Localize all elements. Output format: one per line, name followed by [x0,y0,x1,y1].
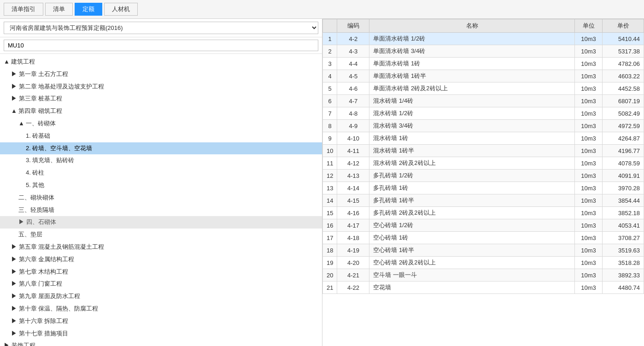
tree-item-ch6[interactable]: ▶ 第六章 金属结构工程 [0,253,322,266]
cell-price: 4452.58 [603,82,644,95]
cell-price: 6807.19 [603,95,644,107]
tree-item-ch4-1[interactable]: ▲ 一、砖砌体 [0,117,322,130]
tree-item-ch8[interactable]: ▶ 第八章 门窗工程 [0,278,322,290]
table-header-row: 编码名称单位单价 [323,19,644,33]
table-row[interactable]: 14-2单面清水砖墙 1/2砖10m35410.44 [323,33,644,45]
cell-unit: 10m3 [575,82,603,95]
table-row[interactable]: 124-13多孔砖墙 1/2砖10m34091.91 [323,170,644,182]
cell-unit: 10m3 [575,244,603,257]
tree-item-ch4-2[interactable]: 二、砌块砌体 [0,192,322,204]
tree-item-ch4-1-1[interactable]: 1. 砖基础 [0,130,322,142]
qingdan-zhiyin-button[interactable]: 清单指引 [4,3,43,16]
table-row[interactable]: 34-4单面清水砖墙 1砖10m34782.06 [323,58,644,70]
search-input[interactable] [4,40,318,51]
table-row[interactable]: 114-12混水砖墙 2砖及2砖以上10m34078.59 [323,157,644,170]
tree-item-ch4[interactable]: ▲ 第四章 砌筑工程 [0,105,322,117]
cell-unit: 10m3 [575,145,603,157]
cell-name: 混水砖墙 2砖及2砖以上 [369,157,575,170]
table-row[interactable]: 54-6单面清水砖墙 2砖及2砖以上10m34452.58 [323,82,644,95]
cell-unit: 10m3 [575,281,603,294]
table-row[interactable]: 164-17空心砖墙 1/2砖10m34053.41 [323,219,644,232]
cell-num: 3 [323,58,337,70]
cell-num: 19 [323,257,337,269]
tree-item-ch4-1-3[interactable]: 3. 填充墙、贴砖砖 [0,154,322,167]
table-row[interactable]: 194-20空心砖墙 2砖及2砖以上10m33518.28 [323,257,644,269]
cell-name: 空心砖墙 1砖 [369,232,575,244]
rencaiji-button[interactable]: 人材机 [104,3,138,16]
tree-item-ch10[interactable]: ▶ 第十章 保温、隔热、防腐工程 [0,303,322,315]
cell-unit: 10m3 [575,70,603,82]
cell-unit: 10m3 [575,182,603,194]
table-row[interactable]: 44-5单面清水砖墙 1砖半10m34603.22 [323,70,644,82]
cell-price: 4972.59 [603,120,644,132]
table-row[interactable]: 214-22空花墙10m34480.74 [323,281,644,294]
cell-num: 7 [323,107,337,120]
table-row[interactable]: 174-18空心砖墙 1砖10m33708.27 [323,232,644,244]
qingdan-button[interactable]: 清单 [45,3,73,16]
tree-item-ch4-3[interactable]: 三、轻质隔墙 [0,204,322,217]
cell-name: 空心砖墙 1砖半 [369,244,575,257]
cell-unit: 10m3 [575,207,603,219]
cell-price: 3518.28 [603,257,644,269]
table-row[interactable]: 84-9混水砖墙 3/4砖10m34972.59 [323,120,644,132]
cell-num: 13 [323,182,337,194]
tree-item-ch2[interactable]: ▶ 第二章 地基处理及边坡支护工程 [0,81,322,93]
cell-price: 4603.22 [603,70,644,82]
table-row[interactable]: 24-3单面清水砖墙 3/4砖10m35317.38 [323,45,644,58]
tree-item-ch17[interactable]: ▶ 第十七章 措施项目 [0,328,322,340]
cell-code: 4-16 [337,207,369,219]
cell-num: 15 [323,207,337,219]
table-row[interactable]: 64-7混水砖墙 1/4砖10m36807.19 [323,95,644,107]
cell-code: 4-7 [337,95,369,107]
table-row[interactable]: 184-19空心砖墙 1砖半10m33519.63 [323,244,644,257]
cell-name: 混水砖墙 1砖半 [369,145,575,157]
tree-item-ch5[interactable]: ▶ 第五章 混凝土及钢筋混凝土工程 [0,241,322,253]
tree-item-ch4-1-5[interactable]: 5. 其他 [0,179,322,192]
tree-item-jianzhu[interactable]: ▲ 建筑工程 [0,56,322,68]
table-row[interactable]: 104-11混水砖墙 1砖半10m34196.77 [323,145,644,157]
tree-item-ch4-5[interactable]: 五、垫层 [0,229,322,241]
cell-name: 空心砖墙 2砖及2砖以上 [369,257,575,269]
cell-name: 单面清水砖墙 1砖半 [369,70,575,82]
cell-unit: 10m3 [575,107,603,120]
table-row[interactable]: 134-14多孔砖墙 1砖10m33970.28 [323,182,644,194]
table-row[interactable]: 204-21空斗墙 一眼一斗10m33892.33 [323,269,644,281]
table-row[interactable]: 144-15多孔砖墙 1砖半10m33854.44 [323,194,644,207]
cell-code: 4-18 [337,232,369,244]
cell-price: 4196.77 [603,145,644,157]
tree-item-ch1[interactable]: ▶ 第一章 土石方工程 [0,68,322,81]
cell-price: 4091.91 [603,170,644,182]
cell-unit: 10m3 [575,257,603,269]
right-panel: 编码名称单位单价 14-2单面清水砖墙 1/2砖10m35410.4424-3单… [322,19,644,346]
quota-select[interactable]: 河南省房屋建筑与装饰工程预算定额(2016) [4,22,318,34]
cell-price: 5317.38 [603,45,644,58]
tree-item-ch3[interactable]: ▶ 第三章 桩基工程 [0,93,322,105]
cell-name: 混水砖墙 3/4砖 [369,120,575,132]
cell-num: 16 [323,219,337,232]
tree-item-ch16[interactable]: ▶ 第十六章 拆除工程 [0,315,322,328]
tree-item-ch4-4[interactable]: ▶ 四、石砌体 [0,216,322,229]
cell-price: 3519.63 [603,244,644,257]
cell-code: 4-14 [337,182,369,194]
cell-num: 11 [323,157,337,170]
cell-num: 17 [323,232,337,244]
cell-code: 4-20 [337,257,369,269]
tree-item-zhuangshi[interactable]: ▶ 装饰工程 [0,340,322,346]
cell-price: 4264.87 [603,132,644,145]
table-row[interactable]: 94-10混水砖墙 1砖10m34264.87 [323,132,644,145]
cell-price: 4480.74 [603,281,644,294]
table-row[interactable]: 74-8混水砖墙 1/2砖10m35082.49 [323,107,644,120]
col-header-unit: 单位 [575,19,603,33]
cell-unit: 10m3 [575,269,603,281]
cell-name: 空心砖墙 1/2砖 [369,219,575,232]
tree-item-ch9[interactable]: ▶ 第九章 屋面及防水工程 [0,290,322,303]
table-row[interactable]: 154-16多孔砖墙 2砖及2砖以上10m33852.18 [323,207,644,219]
cell-name: 空斗墙 一眼一斗 [369,269,575,281]
tree-item-ch4-1-4[interactable]: 4. 砖柱 [0,167,322,179]
cell-num: 5 [323,82,337,95]
dinge-button[interactable]: 定额 [75,3,102,16]
tree-item-ch7[interactable]: ▶ 第七章 木结构工程 [0,266,322,278]
cell-num: 14 [323,194,337,207]
tree-item-ch4-1-2[interactable]: 2. 砖墙、空斗墙、空花墙 [0,142,322,155]
main-container: 河南省房屋建筑与装饰工程预算定额(2016) ▲ 建筑工程▶ 第一章 土石方工程… [0,19,644,346]
